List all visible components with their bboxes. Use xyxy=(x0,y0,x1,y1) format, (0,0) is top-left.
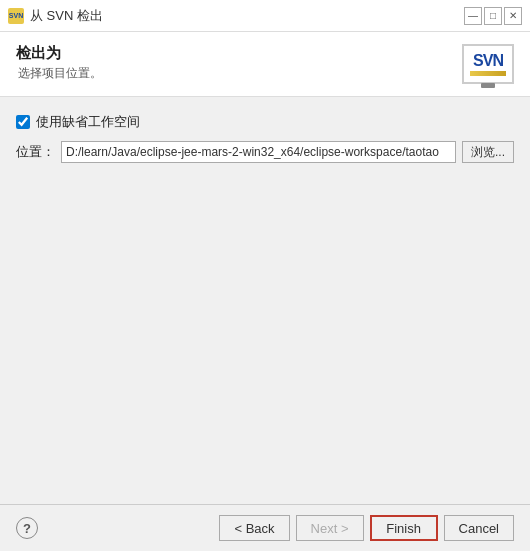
dialog-content: 使用缺省工作空间 位置： 浏览... xyxy=(0,97,530,504)
svn-logo-text: SVN xyxy=(473,53,503,69)
dialog-subtitle: 选择项目位置。 xyxy=(18,65,102,82)
dialog-footer: ? < Back Next > Finish Cancel xyxy=(0,504,530,551)
location-row: 位置： 浏览... xyxy=(16,141,514,163)
dialog-body: 检出为 选择项目位置。 SVN 使用缺省工作空间 位置： 浏览... ? < B… xyxy=(0,32,530,551)
browse-button[interactable]: 浏览... xyxy=(462,141,514,163)
svn-logo-connector xyxy=(481,83,495,88)
footer-left: ? xyxy=(16,517,38,539)
title-bar: SVN 从 SVN 检出 — □ ✕ xyxy=(0,0,530,32)
next-button[interactable]: Next > xyxy=(296,515,364,541)
dialog-header-text: 检出为 选择项目位置。 xyxy=(16,44,102,82)
checkbox-row: 使用缺省工作空间 xyxy=(16,113,514,131)
title-bar-controls: — □ ✕ xyxy=(464,7,522,25)
checkbox-label[interactable]: 使用缺省工作空间 xyxy=(36,113,140,131)
finish-button[interactable]: Finish xyxy=(370,515,438,541)
title-bar-left: SVN 从 SVN 检出 xyxy=(8,7,103,25)
help-button[interactable]: ? xyxy=(16,517,38,539)
svn-logo: SVN xyxy=(462,44,514,84)
location-label: 位置： xyxy=(16,143,55,161)
minimize-button[interactable]: — xyxy=(464,7,482,25)
close-button[interactable]: ✕ xyxy=(504,7,522,25)
maximize-button[interactable]: □ xyxy=(484,7,502,25)
title-bar-title: 从 SVN 检出 xyxy=(30,7,103,25)
cancel-button[interactable]: Cancel xyxy=(444,515,514,541)
dialog-header: 检出为 选择项目位置。 SVN xyxy=(0,32,530,97)
footer-buttons: < Back Next > Finish Cancel xyxy=(219,515,514,541)
use-default-workspace-checkbox[interactable] xyxy=(16,115,30,129)
dialog-title: 检出为 xyxy=(16,44,102,63)
svn-title-icon: SVN xyxy=(8,8,24,24)
location-input[interactable] xyxy=(61,141,456,163)
svn-logo-bar xyxy=(470,71,506,76)
back-button[interactable]: < Back xyxy=(219,515,289,541)
